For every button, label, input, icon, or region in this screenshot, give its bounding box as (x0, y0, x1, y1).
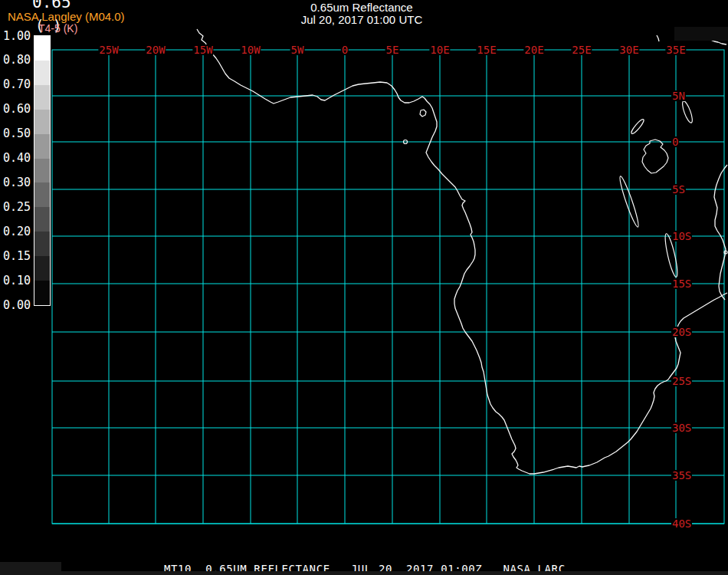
colorbar-tick-0.10: 0.10 (0, 275, 31, 287)
lon-label-25E: 25E (571, 44, 592, 55)
east-indian-ocean-coast (714, 165, 727, 300)
lon-label-5W: 5W (290, 44, 305, 55)
lat-label-30S: 30S (671, 422, 692, 433)
colorbar-tick-0.70: 0.70 (0, 79, 31, 90)
colorbar-step-0 (34, 36, 50, 61)
lat-label-5S: 5S (671, 184, 686, 195)
lon-label-5E: 5E (385, 44, 400, 55)
lake-albert (630, 118, 645, 135)
colorbar-step-9 (34, 256, 50, 281)
lat-label-35S: 35S (671, 470, 692, 481)
colorbar-tick-0.20: 0.20 (0, 226, 31, 238)
lon-label-10W: 10W (240, 44, 261, 55)
colorbar-step-4 (34, 134, 50, 159)
colorbar-step-7 (34, 207, 50, 232)
map-frame (52, 50, 724, 524)
colorbar-step-10 (34, 281, 50, 305)
colorbar-tick-0.80: 0.80 (0, 54, 31, 66)
map-plot (0, 0, 728, 575)
colorbar-tick-1.00: 1.00 (0, 31, 31, 42)
colorbar-tick-0.15: 0.15 (0, 251, 31, 262)
bottom-edge-strip (0, 571, 728, 575)
plot-title-line1: 0.65um Reflectance (301, 2, 422, 14)
colorbar-step-6 (34, 182, 50, 207)
lat-label-0: 0 (671, 136, 679, 147)
lon-label-30E: 30E (618, 44, 639, 55)
lat-label-10S: 10S (671, 231, 692, 242)
colorbar-step-5 (34, 159, 50, 183)
lake-victoria (642, 140, 668, 173)
colorbar-step-3 (34, 110, 50, 134)
overlay-nasa-langley-label: NASA Langley (M04.0) (8, 10, 125, 23)
lat-label-25S: 25S (671, 376, 692, 386)
plot-title-line2: Jul 20, 2017 01:00 UTC (301, 14, 422, 26)
colorbar-tick-0.00: 0.00 (0, 300, 31, 311)
lon-label-20W: 20W (145, 44, 166, 55)
lon-label-20E: 20E (523, 44, 544, 55)
small-coast-dash (657, 35, 659, 41)
colorbar-step-1 (34, 61, 50, 85)
overlay-t4-5-label: T4-5 (K) (38, 22, 77, 34)
lat-label-15S: 15S (671, 278, 692, 289)
lat-label-20S: 20S (671, 327, 692, 337)
graticule-grid (52, 50, 724, 524)
lon-label-0: 0 (341, 44, 349, 55)
colorbar-step-8 (34, 232, 50, 256)
lon-label-15W: 15W (192, 44, 213, 55)
lon-label-25W: 25W (98, 44, 119, 55)
lake-turkana (680, 100, 694, 124)
colorbar-tick-0.50: 0.50 (0, 128, 31, 140)
scan-artifact-top-right (674, 27, 728, 41)
reflectance-colorbar (34, 35, 51, 306)
colorbar-step-2 (34, 85, 50, 110)
lon-label-35E: 35E (665, 44, 686, 55)
colorbar-tick-0.25: 0.25 (0, 202, 31, 213)
satellite-reflectance-viewer: 0.65um Reflectance Jul 20, 2017 01:00 UT… (0, 0, 728, 575)
lon-label-15E: 15E (476, 44, 497, 55)
lon-label-10E: 10E (429, 44, 450, 55)
colorbar-tick-0.60: 0.60 (0, 104, 31, 115)
lat-label-40S: 40S (671, 518, 692, 529)
colorbar-tick-0.30: 0.30 (0, 177, 31, 189)
bioko-island (420, 110, 426, 117)
plot-title: 0.65um Reflectance Jul 20, 2017 01:00 UT… (301, 2, 422, 26)
lat-label-5N: 5N (671, 90, 686, 101)
colorbar-tick-0.40: 0.40 (0, 153, 31, 164)
